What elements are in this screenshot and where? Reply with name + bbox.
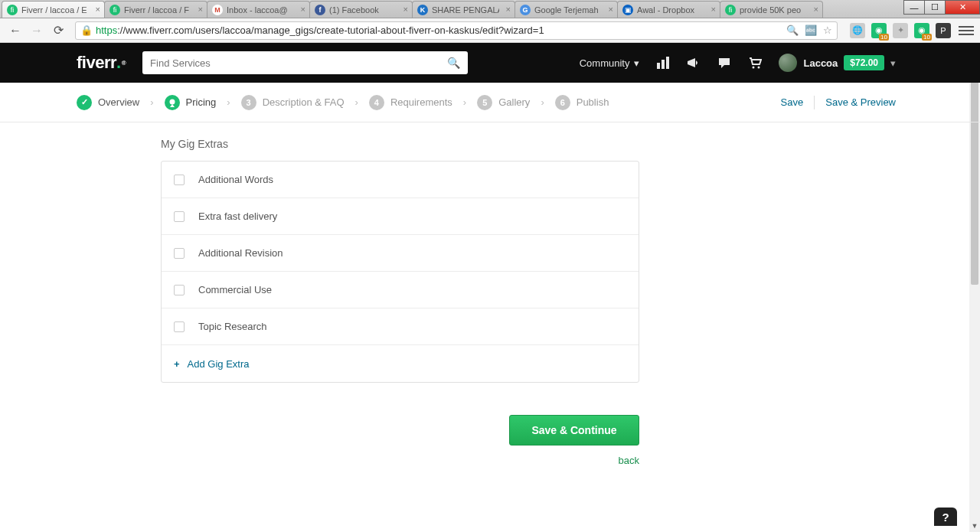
community-menu[interactable]: Community ▾ — [580, 57, 640, 69]
close-tab-icon[interactable]: × — [96, 5, 100, 14]
close-tab-icon[interactable]: × — [403, 5, 408, 14]
browser-tab-7[interactable]: fi provide 50K peo × — [720, 1, 823, 18]
step-number: 5 — [477, 95, 492, 110]
save-link[interactable]: Save — [781, 96, 804, 108]
chevron-down-icon: ▾ — [634, 57, 639, 69]
plus-icon: + — [174, 358, 180, 370]
reload-button[interactable]: ⟳ — [49, 21, 67, 40]
lock-icon: 🔒 — [80, 24, 93, 36]
extra-row-topic-research[interactable]: Topic Research — [162, 308, 639, 345]
step-overview[interactable]: ✓ Overview › — [77, 95, 155, 110]
svg-rect-2 — [666, 57, 669, 69]
extension-icon[interactable]: ✦ — [893, 23, 908, 38]
step-number: 4 — [369, 95, 384, 110]
user-menu[interactable]: Laccoa $72.00 ▾ — [779, 54, 896, 72]
step-publish[interactable]: 6 Publish — [555, 95, 609, 110]
extra-label: Commercial Use — [198, 284, 272, 295]
browser-tab-2[interactable]: M Inbox - laccoa@ × — [207, 1, 310, 18]
save-continue-button[interactable]: Save & Continue — [509, 415, 639, 446]
tab-title: provide 50K peo — [740, 5, 801, 15]
megaphone-icon[interactable] — [687, 57, 701, 69]
step-requirements[interactable]: 4 Requirements › — [369, 95, 468, 110]
step-number: 6 — [555, 95, 570, 110]
extension-icon[interactable]: ◉10 — [914, 23, 929, 38]
checkbox[interactable] — [174, 248, 185, 259]
extra-row-additional-revision[interactable]: Additional Revision — [162, 235, 639, 272]
checkbox[interactable] — [174, 321, 185, 332]
maximize-button[interactable]: ☐ — [924, 0, 946, 15]
forward-button[interactable]: → — [28, 21, 46, 40]
search-input[interactable] — [150, 57, 447, 69]
section-title: My Gig Extras — [161, 138, 639, 150]
close-tab-icon[interactable]: × — [506, 5, 511, 14]
search-icon[interactable]: 🔍 — [447, 57, 460, 69]
back-link[interactable]: back — [619, 455, 639, 466]
extension-icon[interactable]: 🌐 — [850, 23, 865, 38]
chevron-right-icon: › — [227, 96, 230, 108]
address-bar[interactable]: 🔒 https://www.fiverr.com/users/laccoa/ma… — [75, 21, 838, 40]
favicon-icon: f — [315, 5, 325, 15]
browser-tab-4[interactable]: K SHARE PENGALA × — [412, 1, 515, 18]
back-button[interactable]: ← — [6, 21, 24, 40]
chevron-right-icon: › — [541, 96, 544, 108]
tab-title: Inbox - laccoa@ — [227, 5, 288, 15]
extra-label: Topic Research — [198, 321, 267, 332]
extra-label: Additional Revision — [198, 247, 283, 259]
balance-badge: $72.00 — [844, 55, 884, 70]
omnibox-actions: 🔍 🔤 ☆ — [786, 24, 832, 36]
add-gig-extra-button[interactable]: + Add Gig Extra — [162, 345, 639, 382]
svg-point-3 — [753, 67, 755, 69]
tab-title: Awal - Dropbox — [637, 5, 694, 15]
checkbox[interactable] — [174, 175, 185, 185]
extra-row-commercial-use[interactable]: Commercial Use — [162, 272, 639, 308]
cart-icon[interactable] — [748, 57, 762, 69]
search-box[interactable]: 🔍 — [142, 51, 468, 74]
step-gallery[interactable]: 5 Gallery › — [477, 95, 546, 110]
browser-tab-6[interactable]: ▣ Awal - Dropbox × — [617, 1, 720, 18]
extension-badge: 10 — [879, 34, 889, 41]
add-gig-extra-label: Add Gig Extra — [188, 358, 250, 370]
browser-tab-3[interactable]: f (1) Facebook × — [309, 1, 413, 18]
gig-extras-card: Additional Words Extra fast delivery Add… — [161, 161, 639, 383]
close-tab-icon[interactable]: × — [814, 5, 818, 14]
close-tab-icon[interactable]: × — [609, 5, 613, 14]
close-window-button[interactable]: ✕ — [945, 0, 980, 15]
close-tab-icon[interactable]: × — [198, 5, 203, 14]
fiverr-logo[interactable]: fiverr.® — [77, 53, 126, 73]
step-pricing[interactable]: Pricing › — [165, 95, 232, 110]
step-description[interactable]: 3 Description & FAQ › — [241, 95, 360, 110]
help-bubble-button[interactable]: ? — [934, 508, 957, 526]
svg-rect-0 — [657, 63, 660, 69]
save-preview-link[interactable]: Save & Preview — [825, 96, 896, 108]
url-protocol: https — [96, 24, 117, 36]
extra-row-fast-delivery[interactable]: Extra fast delivery — [162, 198, 639, 235]
logo-trademark: ® — [122, 60, 126, 67]
browser-tab-1[interactable]: fi Fiverr / laccoa / F × — [104, 1, 207, 18]
tab-title: SHARE PENGALA — [432, 5, 499, 15]
step-label: Overview — [98, 96, 139, 108]
svg-point-4 — [758, 67, 760, 69]
chrome-menu-button[interactable] — [959, 26, 974, 35]
tab-title: Fiverr / laccoa / E — [21, 5, 87, 15]
step-label: Pricing — [186, 96, 217, 108]
extension-icon[interactable]: ◉10 — [871, 23, 887, 38]
close-tab-icon[interactable]: × — [301, 5, 305, 14]
browser-tab-5[interactable]: G Google Terjemah × — [514, 1, 618, 18]
community-label: Community — [580, 57, 630, 69]
browser-tab-0[interactable]: fi Fiverr / laccoa / E × — [2, 1, 105, 18]
messages-icon[interactable] — [717, 57, 731, 69]
favicon-icon: ▣ — [622, 5, 633, 15]
extension-icon[interactable]: P — [936, 23, 951, 38]
translate-icon[interactable]: 🔤 — [805, 24, 817, 36]
step-label: Publish — [577, 96, 609, 108]
close-tab-icon[interactable]: × — [711, 5, 716, 14]
main-content: My Gig Extras Additional Words Extra fas… — [0, 122, 639, 383]
checkbox[interactable] — [174, 211, 185, 222]
star-icon[interactable]: ☆ — [823, 24, 832, 36]
analytics-icon[interactable] — [656, 57, 670, 69]
minimize-button[interactable]: — — [903, 0, 925, 15]
extra-row-additional-words[interactable]: Additional Words — [162, 162, 639, 198]
favicon-icon: fi — [109, 5, 120, 15]
zoom-icon[interactable]: 🔍 — [786, 24, 799, 36]
checkbox[interactable] — [174, 285, 185, 295]
